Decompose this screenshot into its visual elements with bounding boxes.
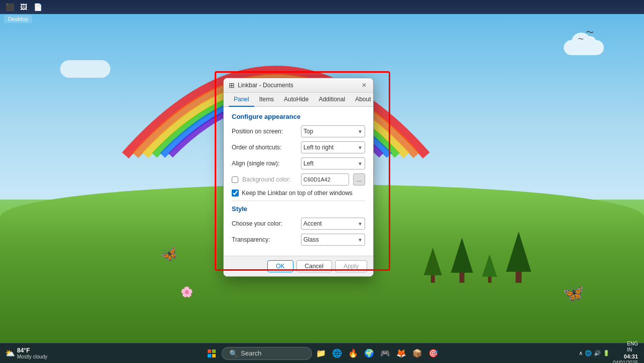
taskbar-app-1[interactable]: 📁 xyxy=(314,346,328,360)
language-indicator: ENGIN xyxy=(627,341,638,353)
transparency-select[interactable]: Glass ▼ xyxy=(301,234,365,246)
cancel-button[interactable]: Cancel xyxy=(296,260,332,272)
taskbar-app-3[interactable]: 🔥 xyxy=(346,346,360,360)
apply-button[interactable]: Apply xyxy=(335,260,367,272)
topbar-icon-3[interactable]: 📄 xyxy=(32,2,43,13)
search-label: Search xyxy=(241,349,261,357)
position-label: Position on screen: xyxy=(232,128,297,135)
color-picker-button[interactable]: … xyxy=(353,173,365,186)
bird-1: 〜 xyxy=(586,28,594,38)
tree-4 xyxy=(506,232,531,283)
svg-rect-3 xyxy=(212,354,216,357)
taskbar-left: ⛅ 84°F Mostly cloudy xyxy=(0,347,53,359)
position-value: Top xyxy=(303,128,313,135)
order-value: Left to right xyxy=(303,144,334,151)
clock-area: ENGIN 04:31 04/01/2025 xyxy=(613,341,638,363)
taskbar-app-7[interactable]: 📦 xyxy=(410,346,424,360)
taskbar-app-5[interactable]: 🎮 xyxy=(378,346,392,360)
dialog-title-text: Linkbar - Documents xyxy=(238,82,293,89)
weather-condition: Mostly cloudy xyxy=(17,354,48,359)
top-taskbar: ⬛ 🖼 📄 xyxy=(0,0,644,14)
tray-up-arrow-icon[interactable]: ∧ xyxy=(579,350,583,356)
weather-widget: ⛅ 84°F Mostly cloudy xyxy=(5,347,48,359)
position-select[interactable]: Top ▼ xyxy=(301,125,365,137)
tab-autohide[interactable]: AutoHide xyxy=(279,93,313,107)
tree-1 xyxy=(424,248,442,283)
taskbar-app-4[interactable]: 🌍 xyxy=(362,346,376,360)
dialog-content: Configure appearance Position on screen:… xyxy=(224,107,373,256)
dialog-title-left: ⊞ Linkbar - Documents xyxy=(229,81,293,89)
cloud-2 xyxy=(60,60,110,78)
align-label: Align (single row): xyxy=(232,160,297,167)
bgcolor-value[interactable]: C60D1A42 xyxy=(301,173,349,186)
ok-button[interactable]: OK xyxy=(267,260,293,272)
dialog-window: ⊞ Linkbar - Documents ✕ Panel Items Auto… xyxy=(223,78,374,277)
tray-network-icon[interactable]: 🌐 xyxy=(585,350,592,356)
bgcolor-label: Background color: xyxy=(232,176,297,183)
trees-area xyxy=(421,232,534,283)
cloud-1 xyxy=(564,40,604,55)
tab-additional[interactable]: Additional xyxy=(313,93,350,107)
tab-about[interactable]: About xyxy=(350,93,374,107)
system-tray: ∧ 🌐 🔊 🔋 xyxy=(579,350,610,356)
dialog-close-button[interactable]: ✕ xyxy=(360,81,368,89)
svg-rect-1 xyxy=(212,349,216,353)
color-arrow-icon: ▼ xyxy=(358,221,363,227)
dialog-footer: OK Cancel Apply xyxy=(224,256,373,276)
dialog-tabs: Panel Items AutoHide Additional About xyxy=(224,93,373,107)
time-display: 04:31 xyxy=(624,353,638,359)
dialog-app-icon: ⊞ xyxy=(229,81,235,89)
taskbar-right: ∧ 🌐 🔊 🔋 ENGIN 04:31 04/01/2025 xyxy=(573,341,644,363)
position-arrow-icon: ▼ xyxy=(358,129,363,134)
desktop-label: Desktop xyxy=(4,15,32,23)
topbar-icon-2[interactable]: 🖼 xyxy=(18,2,29,13)
order-label: Order of shortcuts: xyxy=(232,144,297,151)
color-row: Choose your color: Accent ▼ xyxy=(232,218,365,230)
taskbar-center: 🔍 Search 📁 🌐 🔥 🌍 🎮 🦊 📦 🎯 xyxy=(204,345,440,361)
butterfly-yellow: 🦋 xyxy=(563,283,584,303)
weather-temp: 84°F xyxy=(17,347,48,354)
position-row: Position on screen: Top ▼ xyxy=(232,125,365,137)
align-value: Left xyxy=(303,160,313,167)
flower-purple: 🌸 xyxy=(181,286,193,298)
dialog-titlebar: ⊞ Linkbar - Documents ✕ xyxy=(224,78,373,93)
tray-volume-icon[interactable]: 🔊 xyxy=(594,350,601,356)
color-choice-label: Choose your color: xyxy=(232,220,297,227)
transparency-row: Transparency: Glass ▼ xyxy=(232,234,365,246)
taskbar-app-8[interactable]: 🎯 xyxy=(426,346,440,360)
order-arrow-icon: ▼ xyxy=(358,145,363,150)
svg-rect-2 xyxy=(208,354,211,357)
align-row: Align (single row): Left ▼ xyxy=(232,157,365,169)
tray-battery-icon[interactable]: 🔋 xyxy=(603,350,610,356)
color-select[interactable]: Accent ▼ xyxy=(301,218,365,230)
windows-logo-icon xyxy=(208,349,216,357)
weather-info: 84°F Mostly cloudy xyxy=(17,347,48,359)
taskbar: ⛅ 84°F Mostly cloudy 🔍 Search 📁 🌐 🔥 xyxy=(0,343,644,363)
section-appearance-title: Configure appearance xyxy=(232,113,365,120)
start-button[interactable] xyxy=(204,345,220,361)
tree-3 xyxy=(482,254,497,283)
tree-2 xyxy=(451,238,473,283)
taskbar-app-2[interactable]: 🌐 xyxy=(330,346,344,360)
transparency-arrow-icon: ▼ xyxy=(358,237,363,243)
tab-panel[interactable]: Panel xyxy=(229,93,254,107)
bgcolor-checkbox[interactable] xyxy=(232,176,238,183)
svg-rect-0 xyxy=(208,349,211,353)
keeptop-label: Keep the Linkbar on top of other windows xyxy=(242,190,353,197)
section-style-title: Style xyxy=(232,205,365,213)
keeptop-row: Keep the Linkbar on top of other windows xyxy=(232,190,365,197)
topbar-icon-1[interactable]: ⬛ xyxy=(4,2,15,13)
weather-icon: ⛅ xyxy=(5,348,15,358)
taskbar-app-6[interactable]: 🦊 xyxy=(394,346,408,360)
align-select[interactable]: Left ▼ xyxy=(301,157,365,169)
search-icon: 🔍 xyxy=(229,349,238,357)
align-arrow-icon: ▼ xyxy=(358,161,363,166)
tab-items[interactable]: Items xyxy=(254,93,279,107)
order-select[interactable]: Left to right ▼ xyxy=(301,141,365,153)
search-bar[interactable]: 🔍 Search xyxy=(222,347,312,360)
keeptop-checkbox[interactable] xyxy=(232,190,239,197)
order-row: Order of shortcuts: Left to right ▼ xyxy=(232,141,365,153)
transparency-label: Transparency: xyxy=(232,236,297,243)
section-divider xyxy=(232,201,365,201)
date-display: 04/01/2025 xyxy=(613,360,638,363)
